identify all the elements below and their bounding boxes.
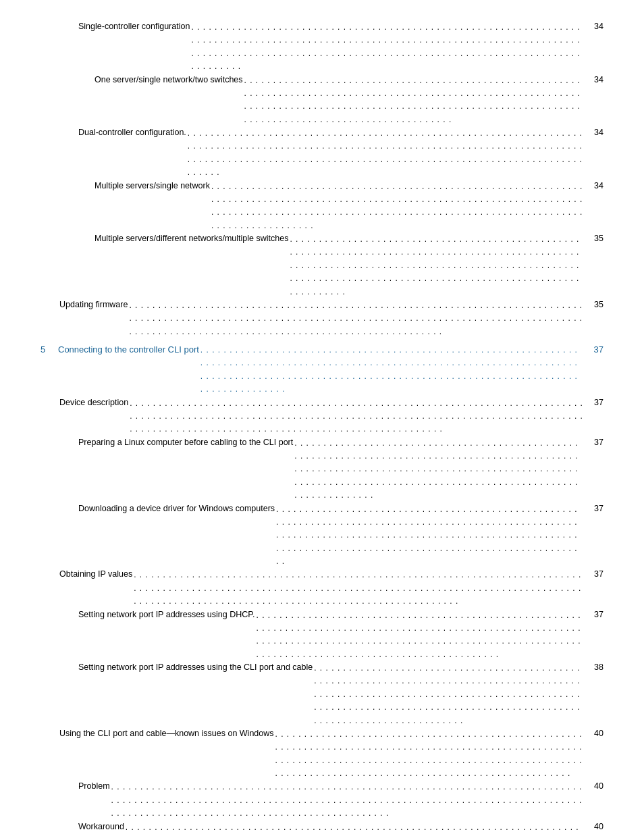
toc-dots [294, 437, 583, 502]
toc-row: Dual-controller configuration. 34 [41, 126, 603, 179]
toc-page: 34 [585, 20, 603, 73]
toc-row: Multiple servers/single network 34 [41, 180, 603, 232]
toc-label: Downloading a device driver for Windows … [41, 502, 275, 568]
toc-dots [188, 127, 583, 180]
toc-row: Problem 40 [41, 780, 603, 819]
toc-label: Problem [41, 780, 110, 819]
toc-container: Single-controller configuration 34 One s… [41, 20, 603, 834]
toc-dots [200, 344, 583, 396]
toc-label: Multiple servers/single network [41, 180, 210, 232]
toc-label: Setting network port IP addresses using … [41, 608, 254, 661]
toc-page: 37 [585, 343, 603, 396]
toc-row: Preparing a Linux computer before cablin… [41, 436, 603, 502]
toc-page: 35 [585, 232, 603, 298]
toc-dots [111, 781, 583, 820]
toc-page: 34 [585, 126, 603, 179]
toc-label: Obtaining IP values [41, 568, 132, 607]
toc-dots [130, 397, 583, 436]
toc-page: 40 [585, 780, 603, 819]
toc-label: Multiple servers/different networks/mult… [41, 232, 288, 298]
toc-label: Using the CLI port and cable—known issue… [41, 727, 274, 780]
toc-label: 5Connecting to the controller CLI port [41, 343, 199, 396]
toc-dots [211, 180, 583, 233]
toc-dots [126, 821, 583, 835]
toc-page: 35 [585, 298, 603, 338]
toc-page: 37 [585, 608, 603, 661]
toc-label: Updating firmware [41, 298, 128, 338]
toc-row: Downloading a device driver for Windows … [41, 502, 603, 568]
toc-page: 37 [585, 502, 603, 568]
toc-page: 37 [585, 568, 603, 607]
toc-dots [256, 609, 583, 662]
toc-row: 5Connecting to the controller CLI port 3… [41, 343, 603, 396]
toc-label: Workaround [41, 820, 124, 835]
toc-row: Obtaining IP values 37 [41, 568, 603, 607]
toc-dots [276, 503, 583, 569]
toc-label: Dual-controller configuration. [41, 126, 186, 179]
toc-row: Multiple servers/different networks/mult… [41, 232, 603, 298]
toc-dots [290, 233, 583, 298]
toc-row: Setting network port IP addresses using … [41, 661, 603, 727]
toc-dots [134, 569, 583, 608]
toc-dots [129, 299, 583, 338]
toc-page: 37 [585, 396, 603, 436]
toc-label: Preparing a Linux computer before cablin… [41, 436, 293, 502]
toc-label: Single-controller configuration [41, 20, 190, 73]
toc-label: Device description [41, 396, 128, 436]
toc-row: Setting network port IP addresses using … [41, 608, 603, 661]
toc-page: 40 [585, 727, 603, 780]
toc-dots [314, 662, 583, 727]
toc-dots [275, 728, 583, 781]
toc-row: Using the CLI port and cable—known issue… [41, 727, 603, 780]
toc-row: Updating firmware 35 [41, 298, 603, 338]
toc-row: Workaround 40 [41, 820, 603, 835]
toc-row: Device description 37 [41, 396, 603, 436]
toc-row: One server/single network/two switches 3… [41, 74, 603, 126]
toc-label: One server/single network/two switches [41, 74, 243, 126]
toc-page: 37 [585, 436, 603, 502]
toc-row: Single-controller configuration 34 [41, 20, 603, 73]
toc-label: Setting network port IP addresses using … [41, 661, 313, 727]
toc-dots [244, 74, 583, 127]
toc-page: 34 [585, 74, 603, 126]
toc-page: 38 [585, 661, 603, 727]
toc-page: 40 [585, 820, 603, 835]
toc-page: 34 [585, 180, 603, 232]
toc-dots [191, 21, 583, 74]
